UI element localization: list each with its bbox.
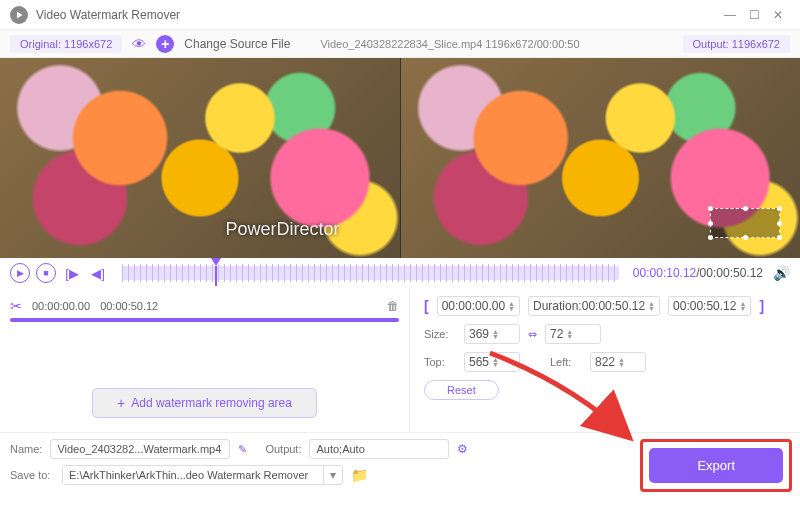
segment-end: 00:00:50.12 <box>100 300 158 312</box>
open-folder-icon[interactable]: 📁 <box>351 467 368 483</box>
size-label: Size: <box>424 328 456 340</box>
width-input[interactable]: 369▲▼ <box>464 324 520 344</box>
app-logo-icon <box>10 6 28 24</box>
mark-out-button[interactable]: ◀] <box>88 263 108 283</box>
spinner-icon[interactable]: ▲▼ <box>492 329 499 339</box>
left-input[interactable]: 822▲▼ <box>590 352 646 372</box>
preview-toggle-icon[interactable]: 👁 <box>132 36 146 52</box>
mark-in-button[interactable]: [▶ <box>62 263 82 283</box>
range-start-input[interactable]: 00:00:00.00▲▼ <box>437 296 520 316</box>
spinner-icon[interactable]: ▲▼ <box>648 301 655 311</box>
time-display: 00:00:10.12/00:00:50.12 <box>633 266 763 280</box>
scissors-icon: ✂ <box>10 298 22 314</box>
output-size-chip: Output: 1196x672 <box>683 35 790 53</box>
duration-input[interactable]: Duration:00:00:50.12▲▼ <box>528 296 660 316</box>
saveto-label: Save to: <box>10 469 54 481</box>
timeline-slider[interactable] <box>122 266 619 280</box>
height-input[interactable]: 72▲▼ <box>545 324 601 344</box>
edit-name-icon[interactable]: ✎ <box>238 443 247 456</box>
output-format-field[interactable]: Auto;Auto <box>309 439 449 459</box>
segment-start: 00:00:00.00 <box>32 300 90 312</box>
region-panel: [ 00:00:00.00▲▼ Duration:00:00:50.12▲▼ 0… <box>410 288 800 432</box>
add-area-label: Add watermark removing area <box>131 396 292 410</box>
range-start-bracket-icon[interactable]: [ <box>424 298 429 314</box>
add-source-icon[interactable]: + <box>156 35 174 53</box>
playhead-icon[interactable] <box>211 258 221 266</box>
output-preview[interactable] <box>400 58 801 258</box>
spinner-icon[interactable]: ▲▼ <box>739 301 746 311</box>
watermark-text: PowerDirector <box>225 219 339 240</box>
file-info-text: Video_240328222834_Slice.mp4 1196x672/00… <box>320 38 579 50</box>
segments-panel: ✂ 00:00:00.00 00:00:50.12 🗑 + Add waterm… <box>0 288 410 432</box>
segment-row[interactable]: ✂ 00:00:00.00 00:00:50.12 🗑 <box>10 296 399 316</box>
export-highlight: Export <box>640 439 792 492</box>
app-title: Video Watermark Remover <box>36 8 718 22</box>
top-label: Top: <box>424 356 456 368</box>
name-label: Name: <box>10 443 42 455</box>
saveto-dropdown[interactable]: ▾ <box>62 465 343 485</box>
original-preview: PowerDirector <box>0 58 400 258</box>
maximize-button[interactable]: ☐ <box>742 3 766 27</box>
output-settings-icon[interactable]: ⚙ <box>457 442 468 456</box>
reset-button[interactable]: Reset <box>424 380 499 400</box>
output-label: Output: <box>265 443 301 455</box>
play-button[interactable]: ▶ <box>10 263 30 283</box>
segment-bar[interactable] <box>10 318 399 322</box>
preview-row: PowerDirector <box>0 58 800 258</box>
top-input[interactable]: 565▲▼ <box>464 352 520 372</box>
title-bar: Video Watermark Remover ― ☐ ✕ <box>0 0 800 30</box>
range-end-bracket-icon[interactable]: ] <box>759 298 764 314</box>
stop-button[interactable]: ■ <box>36 263 56 283</box>
selection-box[interactable] <box>710 208 780 238</box>
close-button[interactable]: ✕ <box>766 3 790 27</box>
minimize-button[interactable]: ― <box>718 3 742 27</box>
range-end-input[interactable]: 00:00:50.12▲▼ <box>668 296 751 316</box>
plus-icon: + <box>117 395 125 411</box>
transport-bar: ▶ ■ [▶ ◀] 00:00:10.12/00:00:50.12 🔊 <box>0 258 800 288</box>
left-label: Left: <box>550 356 582 368</box>
info-bar: Original: 1196x672 👁 + Change Source Fil… <box>0 30 800 58</box>
spinner-icon[interactable]: ▲▼ <box>566 329 573 339</box>
spinner-icon[interactable]: ▲▼ <box>508 301 515 311</box>
saveto-input[interactable] <box>63 466 323 484</box>
delete-segment-icon[interactable]: 🗑 <box>387 299 399 313</box>
name-field[interactable]: Video_2403282...Watermark.mp4 <box>50 439 230 459</box>
change-source-link[interactable]: Change Source File <box>184 37 290 51</box>
original-size-chip: Original: 1196x672 <box>10 35 122 53</box>
bottom-bar: Name: Video_2403282...Watermark.mp4 ✎ Ou… <box>0 432 800 491</box>
volume-icon[interactable]: 🔊 <box>773 265 790 281</box>
export-button[interactable]: Export <box>649 448 783 483</box>
add-watermark-area-button[interactable]: + Add watermark removing area <box>92 388 317 418</box>
spinner-icon[interactable]: ▲▼ <box>618 357 625 367</box>
link-aspect-icon[interactable]: ⇔ <box>528 328 537 341</box>
chevron-down-icon[interactable]: ▾ <box>323 466 342 484</box>
spinner-icon[interactable]: ▲▼ <box>492 357 499 367</box>
